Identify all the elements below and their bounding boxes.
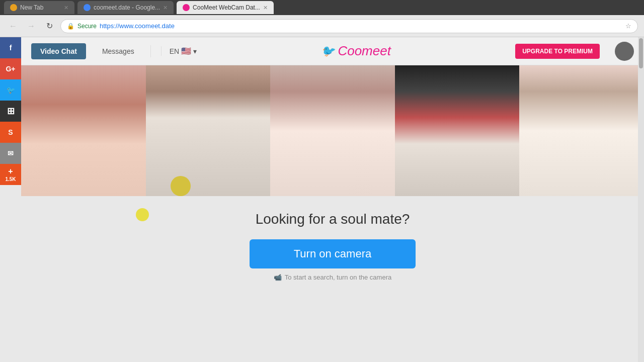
nav-divider [150,45,151,57]
tab-favicon-coomeet [183,4,190,11]
tab-close-coomeet[interactable]: ✕ [263,5,268,11]
tab-coomeet[interactable]: CooMeet WebCam Dat... ✕ [177,1,274,14]
camera-hint-label: To start a search, turn on the camera [285,274,391,281]
tab-label-coomeet: CooMeet WebCam Dat... [193,4,260,11]
tab-close-icon[interactable]: ✕ [64,5,68,11]
share-icon: + [8,167,13,176]
photo-placeholder-2 [146,65,271,196]
facebook-share-button[interactable]: f [0,37,21,58]
tab-label-google: coomeet.date - Google... [94,4,160,11]
logo-text: Coomeet [338,43,391,59]
chevron-down-icon: ▾ [193,47,197,55]
site-logo: 🐦 Coomeet [321,43,391,59]
soul-mate-title: Looking for a soul mate? [31,211,634,227]
main-content: Video Chat Messages EN 🇺🇸 ▾ 🐦 Coomeet UP… [21,37,644,362]
browser-toolbar: ← → ↻ 🔒 Secure https://www.coomeet.date … [0,15,644,37]
logo-area: 🐦 Coomeet [207,43,505,59]
video-chat-nav-button[interactable]: Video Chat [31,43,86,59]
camera-hint-icon: 📹 [274,274,282,281]
stumbleupon-share-button[interactable]: S [0,122,21,143]
back-button[interactable]: ← [6,19,20,33]
photo-placeholder-5 [519,65,644,196]
address-bar[interactable]: 🔒 Secure https://www.coomeet.date ☆ [60,19,638,33]
tab-new-tab[interactable]: New Tab ✕ [4,1,74,14]
photo-item-5 [519,65,644,196]
tab-google[interactable]: coomeet.date - Google... ✕ [77,1,174,14]
google-plus-share-button[interactable]: G+ [0,58,21,79]
logo-bird-icon: 🐦 [321,45,335,58]
social-sidebar: f G+ 🐦 ⊞ S ✉ + 1.5K [0,37,21,185]
tab-label: New Tab [20,4,43,11]
soul-mate-section: Looking for a soul mate? Turn on camera … [21,196,644,291]
photos-strip [21,65,644,196]
tab-close-google[interactable]: ✕ [163,5,168,11]
browser-chrome: New Tab ✕ coomeet.date - Google... ✕ Coo… [0,0,644,15]
forward-button[interactable]: → [24,19,38,33]
address-text: https://www.coomeet.date [100,22,622,30]
photo-placeholder-1 [21,65,146,196]
photo-item-4 [395,65,520,196]
turn-on-camera-button[interactable]: Turn on camera [250,239,416,268]
photo-placeholder-4 [395,65,520,196]
site-navigation: Video Chat Messages EN 🇺🇸 ▾ 🐦 Coomeet UP… [21,37,644,65]
user-avatar[interactable] [615,42,634,61]
flag-icon: 🇺🇸 [181,46,191,56]
tab-favicon [10,4,17,11]
language-selector[interactable]: EN 🇺🇸 ▾ [161,46,197,56]
buffer-share-button[interactable]: ⊞ [0,101,21,122]
photo-placeholder-3 [270,65,395,196]
total-share-button[interactable]: + 1.5K [0,164,21,185]
secure-icon: 🔒 [67,23,74,30]
photo-item-3 [270,65,395,196]
tab-favicon-google [84,4,91,11]
bookmark-icon[interactable]: ☆ [625,22,631,30]
email-share-button[interactable]: ✉ [0,143,21,164]
scrollbar-track[interactable] [638,37,644,362]
share-count: 1.5K [5,176,16,182]
twitter-share-button[interactable]: 🐦 [0,79,21,101]
secure-label: Secure [77,23,97,30]
camera-hint-text: 📹 To start a search, turn on the camera [31,274,634,281]
scrollbar-thumb[interactable] [639,38,643,68]
photo-item-2 [146,65,271,196]
refresh-button[interactable]: ↻ [42,19,56,33]
messages-nav-link[interactable]: Messages [96,43,140,59]
upgrade-to-premium-button[interactable]: UPGRADE TO PREMIUM [515,44,600,59]
lang-label: EN [170,47,179,55]
photo-item-1 [21,65,146,196]
